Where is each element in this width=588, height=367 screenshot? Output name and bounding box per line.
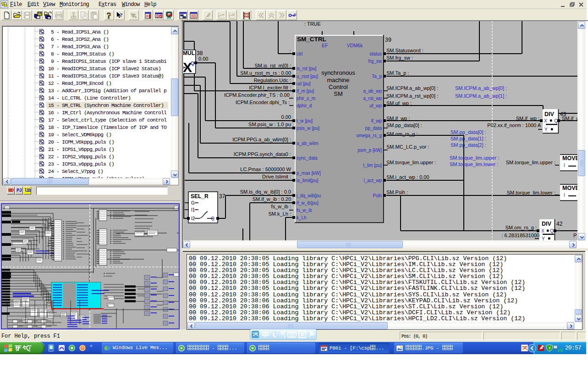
svg-text:DIV: DIV — [544, 111, 555, 117]
svg-text:machine: machine — [327, 77, 349, 83]
svg-text:SM.pp_data[0] :: SM.pp_data[0] : — [386, 122, 422, 128]
svg-text:i_dq_wib[pu: i_dq_wib[pu — [297, 193, 321, 198]
svg-text:Q: Q — [550, 228, 554, 234]
svg-text:0.00: 0.00 — [281, 114, 291, 120]
svg-text:SM.ICPM.a_rst_wp[0] :: SM.ICPM.a_rst_wp[0] : — [386, 93, 438, 99]
svg-text:?: ? — [107, 11, 111, 20]
svg-text:a_rst_wp: a_rst_wp — [363, 96, 382, 101]
svg-text:SM.Statusword :: SM.Statusword : — [386, 48, 423, 53]
svg-text:Psih: Psih — [373, 193, 382, 198]
svg-text:: 6.28318531000: : 6.28318531000 — [501, 233, 539, 238]
svg-text:uf_wp: uf_wp — [369, 103, 382, 108]
svg-text:is_rst [pu]: is_rst [pu] — [297, 66, 317, 71]
svg-text:t_lim [pu]: t_lim [pu] — [363, 163, 382, 168]
svg-text:SM.is_dq_w_ib[0] : 0.0: SM.is_dq_w_ib[0] : 0.0 — [240, 189, 291, 195]
svg-text:SM.i_act_wp : 0.00: SM.i_act_wp : 0.00 — [386, 174, 429, 180]
svg-text:SM.if_wp :: SM.if_wp : — [516, 116, 539, 121]
svg-text:43: 43 — [560, 111, 566, 117]
svg-text:SEL_R: SEL_R — [191, 193, 209, 200]
svg-text:pp_data: pp_data — [365, 126, 382, 131]
svg-text:is_limit[pu]: is_limit[pu] — [297, 178, 318, 183]
svg-text:VDM6k: VDM6k — [347, 43, 363, 48]
svg-text:: TRUE: : TRUE — [304, 21, 321, 27]
svg-text:SM.Psih :: SM.Psih : — [386, 189, 408, 195]
svg-text:I: I — [564, 193, 565, 198]
svg-text:SM.pp_data[2] :: SM.pp_data[2] : — [451, 142, 486, 148]
svg-text:ICPM.PPG.synch_data0 :: ICPM.PPG.synch_data0 : — [234, 151, 291, 157]
svg-text:l_act_wp: l_act_wp — [364, 178, 382, 183]
svg-text:X: X — [541, 228, 544, 234]
svg-text:fs_w_ib: fs_w_ib — [297, 208, 312, 213]
svg-text:SM.torque_lim.upper :: SM.torque_lim.upper : — [506, 160, 555, 165]
svg-text:sync_data: sync_data — [297, 156, 318, 161]
svg-text:SM.torque_lim.lower :: SM.torque_lim.lower : — [507, 190, 555, 195]
svg-text:omega_rs_g: omega_rs_g — [356, 133, 382, 138]
svg-text:MUL: MUL — [183, 50, 195, 56]
svg-text:u_rsst [pu]: u_rsst [pu] — [297, 74, 318, 79]
svg-text:if_wp: if_wp — [371, 118, 382, 123]
svg-text:SM.frg_sw :: SM.frg_sw : — [386, 55, 413, 61]
svg-text:DB: DB — [167, 13, 172, 17]
svg-text:if_m [pu]: if_m [pu] — [297, 89, 314, 94]
svg-text:SM.torque_lim.lower :: SM.torque_lim.lower : — [450, 161, 498, 167]
svg-text:?: ? — [120, 11, 123, 18]
svg-text:X: X — [544, 118, 547, 123]
svg-text:t_w [pu]: t_w [pu] — [297, 118, 313, 123]
svg-text:39: 39 — [385, 37, 391, 43]
svg-text:SM.MC_LC.p_vor :: SM.MC_LC.p_vor : — [386, 144, 429, 150]
svg-text:Control: Control — [329, 83, 348, 90]
svg-text:dphir_d: dphir_d — [297, 103, 312, 108]
svg-text:SM.ICPM.a_ab_wp[0] :: SM.ICPM.a_ab_wp[0] : — [386, 85, 438, 91]
svg-text:38: 38 — [197, 50, 203, 56]
svg-text:I1: I1 — [191, 207, 195, 212]
svg-text:SM.om_rs_g :: SM.om_rs_g : — [386, 131, 418, 137]
svg-text:EF: EF — [322, 43, 328, 48]
svg-text:p_max [kW]: p_max [kW] — [297, 171, 321, 176]
svg-text:Ta_p: Ta_p — [372, 74, 382, 79]
svg-text:a_ab_wp: a_ab_wp — [363, 89, 382, 94]
svg-text:if_w_ib[pu]: if_w_ib[pu] — [297, 200, 319, 206]
svg-text:status: status — [369, 51, 382, 56]
svg-text:37: 37 — [219, 193, 225, 200]
svg-text:k_Lh: k_Lh — [297, 215, 307, 220]
svg-text:Y: Y — [542, 236, 545, 240]
svg-text:P02.xx.if_norm : 1000 A: P02.xx.if_norm : 1000 A — [487, 122, 541, 128]
svg-text:Regulation.Udc :: Regulation.Udc : — [254, 78, 291, 83]
svg-text:Drive.Islimit :: Drive.Islimit : — [262, 174, 291, 179]
svg-text:I: I — [564, 163, 565, 168]
svg-text:ICPM.Encoder.dphi_Ts :: ICPM.Encoder.dphi_Ts : — [236, 100, 290, 105]
svg-text:SM.uf_wp :: SM.uf_wp : — [386, 100, 412, 106]
svg-text::: : — [558, 227, 560, 232]
svg-text:SM.pp_data[1] :: SM.pp_data[1] : — [451, 136, 486, 141]
svg-text:synchronous: synchronous — [321, 69, 355, 76]
svg-text:SM.is_rst_m[0] :: SM.is_rst_m[0] : — [255, 63, 291, 68]
svg-text:psm_p [kW]: psm_p [kW] — [357, 148, 382, 153]
svg-text:MOVE: MOVE — [562, 185, 577, 191]
svg-text:SM.ICPM.a_ab_wp[1] :: SM.ICPM.a_ab_wp[1] : — [455, 93, 507, 99]
svg-text:SM.om_rs_g :: SM.om_rs_g : — [506, 225, 537, 230]
svg-text::: : — [289, 48, 291, 54]
svg-text:0.00: 0.00 — [198, 56, 208, 61]
svg-text:SM.pp_data[0] :: SM.pp_data[0] : — [451, 129, 486, 135]
svg-text:DB: DB — [156, 14, 162, 18]
svg-text:G: G — [191, 200, 195, 206]
svg-text:ud [pu]: ud [pu] — [297, 81, 311, 86]
svg-text:MOVE: MOVE — [562, 155, 577, 161]
svg-text:I2: I2 — [191, 216, 195, 221]
svg-text:phir_s_m: phir_s_m — [297, 96, 315, 101]
svg-text:SM.k_Lh :: SM.k_Lh : — [268, 211, 291, 217]
svg-text:SM.if_w_ib : 0.20: SM.if_w_ib : 0.20 — [253, 196, 291, 202]
svg-text:frg_sw: frg_sw — [368, 59, 382, 64]
svg-text:SM.torque_lim.upper :: SM.torque_lim.upper : — [386, 160, 436, 165]
svg-text:SM_CTRL: SM_CTRL — [297, 36, 326, 43]
svg-text:fs_w_ib :: fs_w_ib : — [271, 204, 291, 209]
svg-text:psis_w [pu]: psis_w [pu] — [297, 126, 319, 131]
svg-text:42: 42 — [556, 221, 563, 227]
svg-text:ctrl: ctrl — [297, 51, 302, 56]
svg-text:SM.torque_lim.upper :: SM.torque_lim.upper : — [450, 155, 499, 161]
svg-text:SM.Ta_p :: SM.Ta_p : — [386, 70, 409, 76]
svg-text:P: P — [573, 233, 577, 238]
svg-text:a_ab_wlim: a_ab_wlim — [297, 141, 319, 146]
svg-text:SM.psis_w : 1.0 pu: SM.psis_w : 1.0 pu — [248, 122, 291, 127]
svg-text:ICPM.I_exciter.filt :: ICPM.I_exciter.filt : — [249, 85, 291, 90]
